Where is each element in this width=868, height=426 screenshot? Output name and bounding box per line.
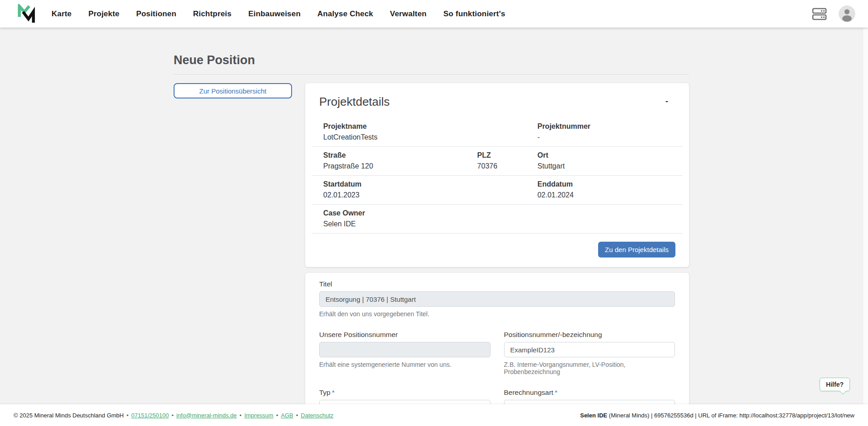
- case-owner-value: Selen IDE: [323, 220, 677, 229]
- nav-item-projekte[interactable]: Projekte: [88, 9, 119, 19]
- project-details-card: Projektdetails - Projektname LotCreation…: [305, 83, 689, 267]
- table-row: Case Owner Selen IDE: [311, 205, 683, 234]
- user-avatar-icon[interactable]: [839, 5, 855, 22]
- plz-label: PLZ: [477, 151, 538, 160]
- copyright-text: © 2025 Mineral Minds Deutschland GmbH: [14, 412, 124, 419]
- mineral-minds-logo-icon[interactable]: [17, 4, 39, 24]
- table-row: Straße Pragstraße 120 PLZ 70376 Ort Stut…: [311, 147, 683, 176]
- help-button[interactable]: Hilfe?: [820, 378, 850, 391]
- projektnummer-value: -: [538, 133, 677, 142]
- server-icon[interactable]: [812, 8, 827, 20]
- nav-item-karte[interactable]: Karte: [52, 9, 71, 19]
- top-navbar: Karte Projekte Positionen Richtpreis Ein…: [0, 0, 868, 28]
- ort-label: Ort: [538, 151, 677, 160]
- case-owner-label: Case Owner: [323, 209, 677, 218]
- nav-item-einbauweisen[interactable]: Einbauweisen: [248, 9, 301, 19]
- footer-link-email[interactable]: info@mineral-minds.de: [176, 412, 237, 419]
- berechnungsart-label: Berechnungsart*: [504, 389, 675, 397]
- enddatum-label: Enddatum: [538, 180, 677, 189]
- project-details-table: Projektname LotCreationTests Projektnumm…: [311, 118, 683, 234]
- footer-separator: •: [240, 412, 242, 419]
- unsere-positionsnummer-helper: Erhält eine systemgenerierte Nummer von …: [319, 361, 491, 368]
- required-asterisk: *: [555, 389, 557, 396]
- footer-separator: •: [171, 412, 174, 419]
- session-details: (Mineral Minds) | 69576255536d | URL of …: [607, 412, 854, 419]
- startdatum-label: Startdatum: [323, 180, 538, 189]
- table-row: Projektname LotCreationTests Projektnumm…: [311, 118, 683, 147]
- titel-input: [319, 291, 675, 307]
- enddatum-value: 02.01.2024: [538, 191, 677, 200]
- required-asterisk: *: [332, 389, 335, 396]
- nav-links: Karte Projekte Positionen Richtpreis Ein…: [52, 9, 505, 19]
- strasse-label: Straße: [323, 151, 477, 160]
- unsere-positionsnummer-input: [319, 342, 491, 357]
- footer-link-phone[interactable]: 07151/250100: [131, 412, 169, 419]
- footer-link-impressum[interactable]: Impressum: [244, 412, 273, 419]
- titel-helper: Erhält den von uns vorgegebenen Titel.: [319, 310, 675, 318]
- ort-value: Stuttgart: [538, 162, 677, 171]
- footer-separator: •: [276, 412, 278, 419]
- footer-separator: •: [296, 412, 298, 419]
- strasse-value: Pragstraße 120: [323, 162, 477, 171]
- typ-label: Typ*: [319, 389, 491, 397]
- project-details-title: Projektdetails: [319, 95, 390, 109]
- startdatum-value: 02.01.2023: [323, 191, 538, 200]
- nav-item-richtpreis[interactable]: Richtpreis: [193, 9, 231, 19]
- positionsnummer-input[interactable]: [504, 342, 675, 357]
- footer-link-agb[interactable]: AGB: [281, 412, 293, 419]
- session-info: Selen IDE (Mineral Minds) | 69576255536d…: [580, 412, 854, 419]
- nav-item-positionen[interactable]: Positionen: [136, 9, 176, 19]
- scrollbar[interactable]: [863, 0, 868, 426]
- page-title: Neue Position: [174, 53, 689, 75]
- nav-item-verwalten[interactable]: Verwalten: [390, 9, 427, 19]
- nav-item-so-funktionierts[interactable]: So funktioniert's: [443, 9, 505, 19]
- positionsnummer-helper: Z.B. Interne-Vorgangsnummer, LV-Position…: [504, 361, 675, 375]
- positionsnummer-label: Positionsnummer/-bezeichnung: [504, 331, 675, 339]
- collapse-minus-icon[interactable]: -: [664, 95, 670, 107]
- table-row: Startdatum 02.01.2023 Enddatum 02.01.202…: [311, 176, 683, 205]
- session-user: Selen IDE: [580, 412, 607, 419]
- titel-label: Titel: [319, 280, 675, 288]
- projektname-value: LotCreationTests: [323, 133, 538, 142]
- footer: © 2025 Mineral Minds Deutschland GmbH • …: [0, 404, 868, 426]
- projektname-label: Projektname: [323, 122, 538, 131]
- nav-item-analyse-check[interactable]: Analyse Check: [317, 9, 373, 19]
- plz-value: 70376: [477, 162, 538, 171]
- go-to-project-details-button[interactable]: Zu den Projektdetails: [598, 242, 675, 257]
- footer-separator: •: [127, 412, 129, 419]
- back-to-positions-button[interactable]: Zur Positionsübersicht: [174, 83, 292, 98]
- unsere-positionsnummer-label: Unsere Positionsnummer: [319, 331, 491, 339]
- projektnummer-label: Projektnummer: [538, 122, 677, 131]
- new-position-form-card: Titel Erhält den von uns vorgegebenen Ti…: [305, 273, 689, 426]
- main-content: Neue Position Zur Positionsübersicht Pro…: [0, 28, 863, 426]
- nav-right: [812, 5, 855, 22]
- footer-link-datenschutz[interactable]: Datenschutz: [301, 412, 333, 419]
